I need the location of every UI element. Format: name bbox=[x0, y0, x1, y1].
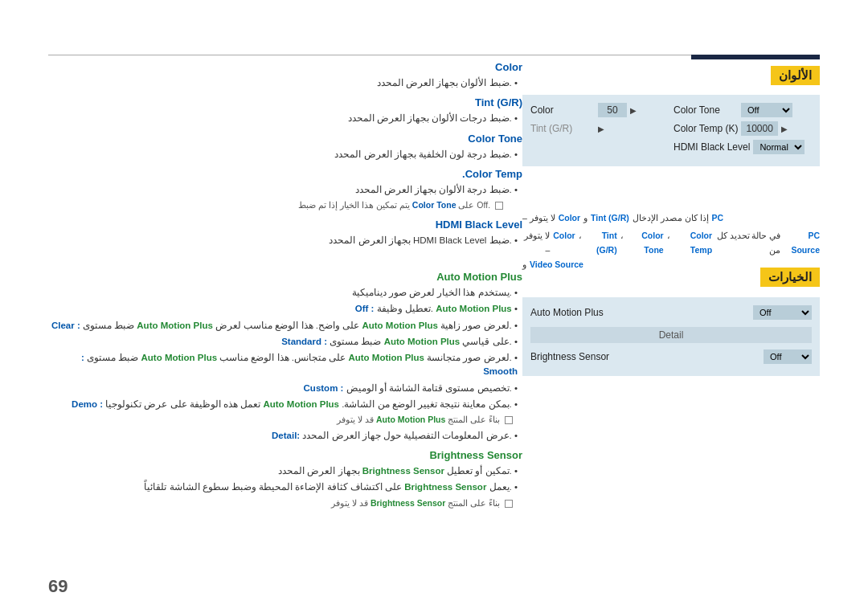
color-temp-heading: Color Temp. bbox=[48, 168, 522, 180]
auto-motion-row: Auto Motion Plus Off Clear Standard Smoo… bbox=[530, 305, 812, 320]
amp-standard-bullet: .على قياسي Auto Motion Plus ضبط مستوى : … bbox=[48, 335, 522, 349]
amp-demo-bullet: .بمكن معاينة نتيجة تغيير الوضع من الشاشة… bbox=[48, 398, 522, 411]
brightness-sensor-row: Brightness Sensor Off On bbox=[530, 349, 812, 364]
alwan-badge: الألوان bbox=[771, 66, 820, 85]
hdmi-black-ctrl: HDMI Black Level Normal Low bbox=[674, 140, 812, 154]
color-temp-value: 10000 bbox=[741, 121, 777, 136]
ctrl-row-1: Color 50 ▶ Color Tone Off Warm1 Warm2 No… bbox=[530, 103, 812, 117]
color-tone-bullet: .ضبط درجة لون الخلفية بجهاز العرض المحدد bbox=[48, 148, 522, 161]
brightness-sensor-select[interactable]: Off On bbox=[764, 349, 812, 364]
amp-checkbox-note: بناءً على المنتج Auto Motion Plus قد لا … bbox=[48, 414, 522, 427]
brightness-sensor-label: Brightness Sensor bbox=[530, 351, 609, 362]
color-bullet: .ضبط الألوان بجهاز العرض المحدد bbox=[48, 76, 522, 90]
auto-motion-select[interactable]: Off Clear Standard Smooth Custom Demo bbox=[753, 305, 812, 320]
bs-bullet-2: .يعمل Brightness Sensor على اكتشاف كثافة… bbox=[48, 480, 522, 494]
color-note-2: PC Source في حالة تحديد كل من Color Temp… bbox=[522, 229, 820, 258]
color-tone-ctrl: Color Tone Off Warm1 Warm2 Normal Cool bbox=[674, 103, 812, 117]
detail-bullet: .عرض المعلومات التفصيلية حول جهاز العرض … bbox=[48, 429, 522, 443]
tint-ctrl: Tint (G/R) ▶ bbox=[530, 123, 669, 134]
bs-bullet-1: .تمكين أو تعطيل Brightness Sensor بجهاز … bbox=[48, 464, 522, 478]
color-ctrl: Color 50 ▶ bbox=[530, 103, 669, 117]
right-panel: الألوان Color 50 ▶ Color Tone Off Warm1 … bbox=[522, 55, 820, 581]
ctrl-row-2: Tint (G/R) ▶ Color Temp (K) 10000 ▶ bbox=[530, 121, 812, 136]
khiyarat-badge: الخيارات bbox=[760, 268, 820, 287]
auto-motion-label: Auto Motion Plus bbox=[530, 307, 604, 318]
bs-checkbox-note: بناءً على المنتج Brightness Sensor قد لا… bbox=[48, 497, 522, 510]
color-notes: PC إذا كان مصدر الإدخال Tint (G/R) و Col… bbox=[522, 211, 820, 272]
color-note-1: PC إذا كان مصدر الإدخال Tint (G/R) و Col… bbox=[522, 211, 820, 226]
hdmi-black-bullet: .ضبط HDMI Black Level بجهاز العرض المحدد bbox=[48, 234, 522, 247]
tint-bullet: .ضبط درجات الألوان بجهاز العرض المحدد bbox=[48, 112, 522, 125]
ctrl-row-3: HDMI Black Level Normal Low bbox=[530, 140, 812, 154]
page-number: 69 bbox=[48, 576, 68, 597]
color-temp-arrow[interactable]: ▶ bbox=[781, 125, 788, 133]
detail-button[interactable]: Detail bbox=[530, 327, 812, 343]
auto-motion-intro: .يستخدم هذا الخيار لعرض صور ديناميكية bbox=[48, 286, 522, 300]
color-tone-heading: Color Tone bbox=[48, 133, 522, 145]
tint-label: Tint (G/R) bbox=[530, 123, 595, 134]
color-temp-note: .Off على Color Tone يتم تمكين هذا الخيار… bbox=[48, 199, 522, 212]
tint-arrow[interactable]: ▶ bbox=[598, 125, 604, 133]
color-value: 50 bbox=[598, 103, 627, 117]
checkbox-icon-2 bbox=[505, 416, 513, 424]
checkbox-icon-3 bbox=[505, 500, 513, 508]
hdmi-black-select[interactable]: Normal Low bbox=[753, 140, 805, 154]
amp-off-bullet: Auto Motion Plus .تعطيل وظيفة : Off bbox=[48, 302, 522, 316]
main-content: Color .ضبط الألوان بجهاز العرض المحدد Ti… bbox=[48, 55, 522, 581]
panel-top-bar bbox=[691, 55, 820, 59]
auto-motion-heading: Auto Motion Plus bbox=[48, 271, 522, 283]
amp-smooth-bullet: .لعرض صور متجانسة Auto Motion Plus على م… bbox=[48, 351, 522, 379]
color-heading: Color bbox=[48, 61, 522, 73]
hdmi-black-heading: HDMI Black Level bbox=[48, 219, 522, 231]
hdmi-black-label: HDMI Black Level bbox=[674, 141, 750, 153]
tint-heading: Tint (G/R) bbox=[48, 96, 522, 108]
color-controls-box: Color 50 ▶ Color Tone Off Warm1 Warm2 No… bbox=[522, 95, 820, 166]
brightness-sensor-heading: Brightness Sensor bbox=[48, 449, 522, 461]
color-label: Color bbox=[530, 104, 595, 116]
color-arrow[interactable]: ▶ bbox=[630, 106, 637, 115]
amp-clear-bullet: .لعرض صور زاهية Auto Motion Plus على واض… bbox=[48, 319, 522, 333]
options-controls-box: Auto Motion Plus Off Clear Standard Smoo… bbox=[522, 297, 820, 376]
color-tone-select[interactable]: Off Warm1 Warm2 Normal Cool bbox=[741, 103, 792, 117]
checkbox-icon-1 bbox=[495, 202, 503, 210]
color-temp-ctrl: Color Temp (K) 10000 ▶ bbox=[674, 121, 812, 136]
color-temp-bullet: .ضبط درجة الألوان بجهاز العرض المحدد bbox=[48, 183, 522, 197]
color-tone-label: Color Tone bbox=[674, 104, 738, 116]
amp-custom-bullet: .تخصيص مستوى قتامة الشاشة أو الوميض : Cu… bbox=[48, 382, 522, 395]
color-temp-label: Color Temp (K) bbox=[674, 123, 738, 134]
